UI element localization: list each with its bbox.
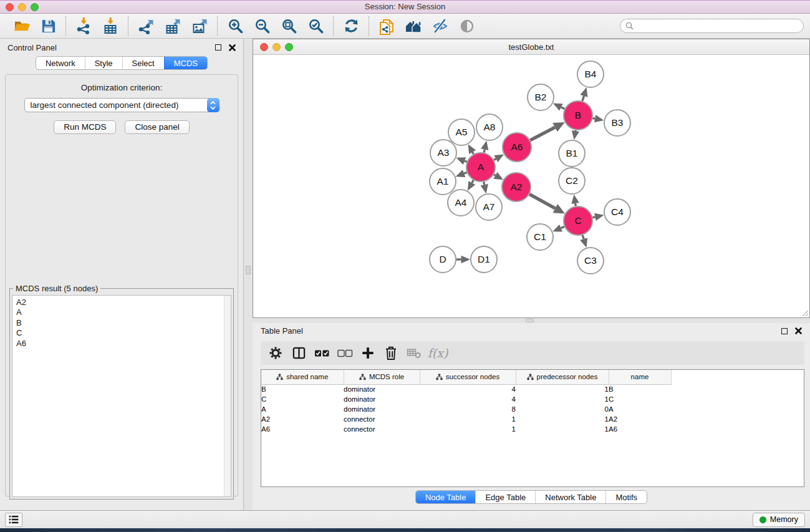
task-history-button[interactable]	[5, 513, 22, 527]
close-panel-button[interactable]: Close panel	[125, 120, 189, 134]
graph-edge-C-C4[interactable]	[592, 213, 604, 221]
graph-edge-A-A1[interactable]	[456, 170, 467, 177]
column-header-predecessor-nodes[interactable]: predecessor nodes	[516, 370, 609, 384]
graph-node-D1[interactable]: D1	[471, 246, 497, 273]
graph-node-A4[interactable]: A4	[448, 190, 474, 216]
graph-node-A1[interactable]: A1	[430, 168, 456, 195]
table-cell[interactable]: A6	[609, 424, 671, 434]
table-cell[interactable]: dominator	[344, 384, 420, 394]
table-cell[interactable]: 1	[516, 414, 609, 424]
table-cell[interactable]: 1	[516, 394, 609, 404]
table-cell[interactable]: 1	[420, 414, 516, 424]
graph-edge-A-A5[interactable]	[468, 144, 476, 154]
table-row[interactable]: A2connector11A2	[261, 414, 804, 424]
table-cell[interactable]: 0	[516, 404, 609, 414]
network-close-button[interactable]	[260, 43, 268, 51]
table-cell[interactable]: A2	[261, 414, 344, 424]
table-cell[interactable]: C	[609, 394, 671, 404]
close-panel-icon[interactable]	[795, 327, 802, 334]
table-cell[interactable]: connector	[344, 424, 420, 434]
column-header-name[interactable]: name	[609, 370, 671, 384]
criterion-dropdown[interactable]: largest connected component (directed)	[24, 98, 219, 112]
graph-node-A6[interactable]: A6	[503, 133, 531, 162]
mcds-result-item[interactable]: A	[16, 307, 231, 317]
network-canvas-svg[interactable]: B4B2BB3A8A5A6A3B1AC2A1A2A4A7C4CC1C3DD1	[253, 55, 809, 317]
mcds-result-list[interactable]: A2ABCA6	[12, 295, 231, 497]
memory-button[interactable]: Memory	[753, 513, 805, 527]
run-mcds-button[interactable]: Run MCDS	[54, 120, 116, 134]
graph-node-B2[interactable]: B2	[528, 84, 554, 110]
deselect-all-button[interactable]	[335, 344, 354, 362]
graph-node-A[interactable]: A	[466, 153, 495, 181]
network-zoom-button[interactable]	[285, 43, 293, 51]
graph-node-C1[interactable]: C1	[527, 224, 553, 250]
save-session-button[interactable]	[37, 17, 59, 36]
table-row[interactable]: Adominator80A	[261, 404, 804, 414]
vertical-splitter[interactable]	[244, 39, 253, 510]
graph-edge-B-B1[interactable]	[572, 130, 579, 140]
tab-style[interactable]: Style	[85, 57, 122, 69]
graph-node-C2[interactable]: C2	[559, 168, 585, 194]
tab-edge-table[interactable]: Edge Table	[475, 491, 535, 503]
float-panel-icon[interactable]	[781, 328, 788, 334]
graph-node-B[interactable]: B	[564, 101, 592, 130]
minimize-window-button[interactable]	[18, 3, 26, 11]
select-all-button[interactable]	[312, 344, 331, 362]
network-canvas[interactable]: B4B2BB3A8A5A6A3B1AC2A1A2A4A7C4CC1C3DD1	[253, 55, 809, 317]
table-cell[interactable]: 1	[516, 424, 609, 434]
table-cell[interactable]: 4	[420, 394, 516, 404]
table-cell[interactable]: connector	[344, 414, 420, 424]
table-cell[interactable]: 4	[420, 384, 516, 394]
export-network-button[interactable]	[135, 17, 157, 36]
horizontal-splitter[interactable]	[253, 318, 810, 323]
graph-edge-B-B4[interactable]	[580, 87, 587, 101]
toggle-columns-button[interactable]	[289, 344, 308, 362]
graph-edge-C-C3[interactable]	[580, 235, 587, 248]
graph-edge-A-A8[interactable]	[481, 140, 488, 152]
column-header-successor-nodes[interactable]: successor nodes	[420, 370, 516, 384]
scrollbar-track[interactable]	[224, 296, 231, 496]
mcds-result-item[interactable]: A2	[16, 297, 231, 307]
graph-edge-C-C2[interactable]	[571, 195, 579, 206]
graph-node-B3[interactable]: B3	[604, 110, 630, 136]
graph-edge-A2-C[interactable]	[529, 194, 565, 213]
function-builder-button[interactable]: f(x)	[428, 344, 446, 362]
graph-node-A7[interactable]: A7	[476, 194, 502, 220]
table-cell[interactable]: A	[609, 404, 671, 414]
close-window-button[interactable]	[6, 3, 14, 11]
mcds-result-item[interactable]: C	[16, 328, 231, 338]
graph-edge-B-B3[interactable]	[593, 115, 604, 122]
resize-grip-icon[interactable]	[801, 309, 809, 317]
import-table-button[interactable]	[100, 17, 121, 36]
close-panel-icon[interactable]	[229, 44, 236, 51]
graph-node-B1[interactable]: B1	[559, 140, 585, 167]
tab-node-table[interactable]: Node Table	[416, 491, 476, 503]
zoom-fit-button[interactable]	[278, 17, 299, 36]
table-cell[interactable]: 1	[420, 424, 516, 434]
graph-edge-A-A6[interactable]	[494, 155, 504, 162]
tab-network-table[interactable]: Network Table	[535, 491, 605, 503]
graph-node-B4[interactable]: B4	[577, 61, 604, 87]
graph-edge-A6-B[interactable]	[530, 122, 564, 140]
table-cell[interactable]: 8	[420, 404, 516, 414]
show-all-button[interactable]	[456, 17, 478, 36]
graph-edge-C-C1[interactable]	[552, 225, 564, 232]
delete-column-button[interactable]	[382, 344, 400, 362]
column-header-shared-name[interactable]: shared name	[261, 370, 344, 384]
graph-node-A5[interactable]: A5	[448, 119, 475, 145]
graph-edge-A-A7[interactable]	[481, 182, 488, 194]
table-cell[interactable]: 1	[516, 384, 609, 394]
splitter-grip[interactable]	[526, 319, 534, 322]
import-network-button[interactable]	[73, 17, 94, 36]
tab-motifs[interactable]: Motifs	[605, 491, 647, 503]
first-neighbors-button[interactable]	[403, 17, 424, 36]
table-settings-button[interactable]	[266, 344, 285, 362]
graph-node-C3[interactable]: C3	[577, 248, 604, 274]
graph-node-D[interactable]: D	[430, 246, 456, 273]
graph-node-C4[interactable]: C4	[604, 199, 630, 225]
search-input[interactable]	[637, 22, 798, 31]
delete-table-button[interactable]	[405, 344, 423, 362]
float-panel-icon[interactable]	[215, 44, 221, 51]
add-column-button[interactable]	[359, 344, 377, 362]
export-image-button[interactable]	[189, 17, 210, 36]
